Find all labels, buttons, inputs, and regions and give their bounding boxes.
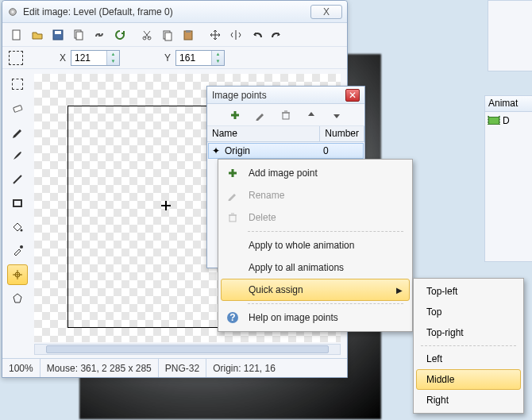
animation-item[interactable]: D	[485, 112, 532, 129]
image-points-close-button[interactable]: ✕	[345, 89, 360, 102]
select-tool[interactable]	[7, 74, 28, 94]
svg-rect-2	[13, 30, 20, 40]
paste-button[interactable]	[179, 25, 198, 44]
ctx-apply-all-animations[interactable]: Apply to all animations	[221, 256, 410, 279]
point-name: Origin	[223, 145, 323, 156]
gear-icon	[7, 6, 18, 17]
status-bar: 100% Mouse: 361, 2 285 x 285 PNG-32 Orig…	[2, 358, 347, 377]
separator	[421, 345, 516, 346]
move-up-button[interactable]	[302, 106, 321, 125]
redo-button[interactable]	[268, 25, 287, 44]
line-tool[interactable]	[7, 169, 28, 190]
qa-middle[interactable]: Middle	[416, 369, 521, 390]
eraser-tool[interactable]	[7, 98, 28, 118]
window-title: Edit image: Level (Default, frame 0)	[23, 6, 310, 17]
save-button[interactable]	[48, 25, 67, 44]
svg-rect-4	[55, 31, 61, 34]
svg-rect-19	[229, 215, 236, 222]
close-icon: X	[323, 6, 330, 17]
polygon-tool[interactable]	[7, 288, 28, 309]
brush-tool[interactable]	[7, 145, 28, 166]
ctx-delete: Delete	[221, 206, 410, 229]
right-panel-top	[488, 0, 532, 71]
qa-top-left[interactable]: Top-left	[416, 281, 521, 302]
origin-marker[interactable]	[161, 201, 171, 210]
status-format: PNG-32	[159, 359, 206, 377]
titlebar[interactable]: Edit image: Level (Default, frame 0) X	[2, 1, 347, 23]
origin-point-icon: ✦	[209, 145, 223, 156]
animation-item-label: D	[503, 115, 510, 126]
eyedropper-tool[interactable]	[7, 241, 28, 261]
ctx-apply-whole-animation[interactable]: Apply to whole animation	[221, 234, 410, 256]
marquee-icon[interactable]	[9, 51, 23, 65]
ctx-label: Quick assign	[249, 284, 303, 295]
animations-panel-title: Animat	[485, 96, 532, 112]
new-button[interactable]	[7, 25, 26, 44]
svg-rect-14	[13, 200, 21, 206]
svg-rect-12	[186, 30, 191, 33]
window-close-button[interactable]: X	[310, 5, 342, 19]
x-spinner-arrows[interactable]: ▲▼	[106, 51, 119, 65]
svg-rect-18	[283, 113, 289, 119]
col-name[interactable]: Name	[207, 126, 320, 141]
horizontal-scrollbar[interactable]	[34, 344, 341, 355]
status-origin: Origin: 121, 16	[206, 359, 282, 377]
pencil-tool[interactable]	[7, 121, 28, 142]
flip-button[interactable]	[226, 25, 245, 44]
y-spinner-arrows[interactable]: ▲▼	[211, 51, 224, 65]
ctx-label: Help on image points	[249, 312, 338, 323]
image-points-header[interactable]: Image points ✕	[207, 87, 364, 104]
animations-panel: Animat D	[484, 95, 532, 262]
ctx-help[interactable]: ? Help on image points	[221, 306, 410, 329]
qa-left[interactable]: Left	[416, 349, 521, 369]
separator	[248, 231, 403, 232]
image-points-title: Image points	[212, 90, 345, 101]
rect-tool[interactable]	[7, 193, 28, 214]
ctx-rename: Rename	[221, 184, 410, 206]
scrollbar-thumb[interactable]	[46, 345, 329, 353]
qa-top[interactable]: Top	[416, 302, 521, 322]
col-number[interactable]: Number	[320, 126, 364, 141]
ctx-label: Delete	[249, 212, 276, 223]
separator	[248, 303, 403, 304]
undo-button[interactable]	[247, 25, 266, 44]
ctx-add-image-point[interactable]: Add image point	[221, 162, 410, 184]
move-down-button[interactable]	[327, 106, 346, 125]
context-menu: Add image point Rename Delete Apply to w…	[218, 159, 413, 332]
chevron-right-icon: ▶	[396, 286, 403, 295]
ctx-quick-assign[interactable]: Quick assign ▶	[221, 279, 410, 301]
pencil-icon	[225, 190, 241, 201]
open-button[interactable]	[28, 25, 47, 44]
copy-button[interactable]	[69, 25, 88, 44]
y-spinner[interactable]: ▲▼	[175, 50, 225, 66]
qa-right[interactable]: Right	[416, 390, 521, 410]
cut-button[interactable]	[137, 25, 156, 44]
quick-assign-submenu: Top-left Top Top-right Left Middle Right	[413, 278, 524, 414]
y-input[interactable]	[176, 51, 211, 65]
y-label: Y	[164, 52, 171, 64]
tool-palette	[7, 74, 29, 309]
move-button[interactable]	[206, 25, 225, 44]
point-number: 0	[323, 145, 363, 156]
image-point-row[interactable]: ✦ Origin 0	[208, 143, 364, 159]
qa-top-right[interactable]: Top-right	[416, 322, 521, 343]
film-icon	[488, 117, 499, 125]
ctx-label: Apply to whole animation	[249, 240, 354, 251]
x-input[interactable]	[71, 51, 106, 65]
reload-button[interactable]	[110, 25, 129, 44]
fill-tool[interactable]	[7, 217, 28, 237]
add-point-button[interactable]	[226, 106, 245, 125]
origin-tool[interactable]	[7, 264, 28, 285]
link-button[interactable]	[90, 25, 109, 44]
trash-icon	[225, 212, 241, 223]
svg-point-1	[11, 10, 14, 13]
svg-point-16	[20, 245, 23, 249]
copy-clip-button[interactable]	[158, 25, 177, 44]
x-spinner[interactable]: ▲▼	[71, 50, 120, 66]
coordinate-bar: X ▲▼ Y ▲▼	[2, 47, 347, 69]
edit-point-button[interactable]	[251, 106, 270, 125]
plus-icon	[225, 168, 241, 179]
image-points-columns: Name Number	[207, 126, 364, 142]
delete-point-button[interactable]	[276, 106, 295, 125]
svg-text:?: ?	[229, 312, 235, 323]
